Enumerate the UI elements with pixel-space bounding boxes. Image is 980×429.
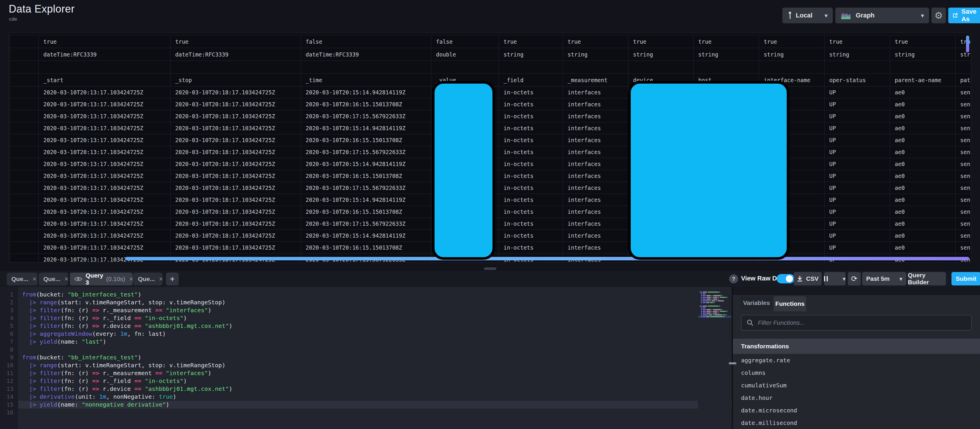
- table-cell: [10, 182, 39, 194]
- table-cell: [10, 242, 39, 254]
- table-cell: 2020-03-10T20:15:14.942814119Z: [301, 86, 431, 99]
- table-cell: UP: [824, 158, 890, 170]
- table-cell: _stop: [170, 74, 301, 86]
- submit-button[interactable]: Submit: [951, 272, 980, 285]
- time-range-dropdown[interactable]: Past 5m ▾: [862, 272, 906, 285]
- table-cell: [10, 61, 39, 74]
- horizontal-scrollbar[interactable]: [125, 257, 969, 260]
- table-cell: ae0: [890, 158, 956, 170]
- table-cell: sensor: [956, 170, 972, 182]
- table-cell: 2020-03-10T20:13:17.103424725Z: [39, 218, 170, 230]
- table-cell: interfaces: [563, 194, 628, 206]
- function-list-item[interactable]: date.hour: [733, 391, 980, 404]
- gear-icon: ⚙: [935, 10, 943, 21]
- divider-drag-handle[interactable]: [729, 362, 737, 364]
- query-tab[interactable]: Que...×: [133, 273, 162, 285]
- chevron-down-icon: ▾: [824, 12, 827, 19]
- flux-code-editor[interactable]: 12345678910111213141516 from(bucket: "bb…: [0, 287, 732, 429]
- filter-functions-input[interactable]: Filter Functions...: [741, 315, 972, 330]
- table-cell: [694, 61, 759, 74]
- visualization-dropdown[interactable]: Graph ▾: [835, 8, 929, 23]
- table-cell: interfaces: [563, 86, 628, 99]
- table-cell: oper-status: [824, 74, 890, 86]
- function-list-item[interactable]: date.microsecond: [733, 404, 980, 416]
- save-as-button[interactable]: Save As: [948, 8, 980, 23]
- csv-download-button[interactable]: CSV: [794, 272, 822, 285]
- query-builder-button[interactable]: Query Builder: [908, 272, 946, 285]
- redaction-box-value-column: [432, 81, 495, 260]
- tab-functions[interactable]: Functions: [774, 296, 806, 311]
- table-cell: true: [890, 35, 956, 48]
- table-cell: double: [431, 48, 499, 61]
- code-line: |> filter(fn: (r) => r._field == "in-oct…: [22, 314, 187, 322]
- chevron-down-icon: ▾: [843, 276, 846, 282]
- pin-icon: [788, 11, 792, 20]
- table-cell: true: [824, 35, 890, 48]
- table-cell: 2020-03-10T20:17:15.567922633Z: [301, 110, 431, 122]
- function-list-item[interactable]: columns: [733, 367, 980, 379]
- refresh-button[interactable]: ⟳: [848, 272, 861, 285]
- functions-list: aggregate.ratecolumnscumulativeSumdate.h…: [733, 354, 980, 429]
- table-cell: interfaces: [563, 170, 628, 182]
- table-cell: 2020-03-10T20:18:17.103424725Z: [170, 230, 301, 242]
- minimap-line: [701, 309, 723, 310]
- table-cell: [890, 61, 956, 74]
- view-raw-data-toggle[interactable]: [776, 274, 795, 283]
- table-cell: [956, 61, 972, 74]
- table-cell: 2020-03-10T20:16:15.15013708Z: [301, 242, 431, 254]
- search-placeholder: Filter Functions...: [758, 319, 805, 326]
- table-cell: true: [628, 35, 694, 48]
- code-line: |> range(start: v.timeRangeStart, stop: …: [22, 298, 225, 306]
- table-cell: [10, 99, 39, 110]
- csv-label: CSV: [806, 275, 818, 282]
- pause-dropdown-button[interactable]: ▾: [824, 272, 846, 285]
- query-tab[interactable]: Que...×: [7, 273, 38, 285]
- close-icon[interactable]: ×: [129, 275, 133, 283]
- close-icon[interactable]: ×: [159, 275, 163, 283]
- close-icon[interactable]: ×: [32, 275, 37, 283]
- table-cell: 2020-03-10T20:18:17.103424725Z: [170, 122, 301, 134]
- source-dropdown[interactable]: Local ▾: [783, 8, 833, 23]
- table-cell: 2020-03-10T20:13:17.103424725Z: [39, 158, 170, 170]
- table-cell: UP: [824, 134, 890, 146]
- table-cell: interfaces: [563, 122, 628, 134]
- table-cell: in-octets: [499, 194, 563, 206]
- table-cell: 2020-03-10T20:16:15.15013708Z: [301, 134, 431, 146]
- line-number: 5: [2, 322, 13, 330]
- query-tab-label: Que...: [43, 276, 60, 282]
- table-cell: ae0: [890, 182, 956, 194]
- table-cell: true: [499, 35, 563, 48]
- query-tab-active[interactable]: Query 3(0.10s)×: [70, 273, 133, 285]
- tab-variables[interactable]: Variables: [740, 296, 773, 309]
- close-icon[interactable]: ×: [64, 275, 68, 283]
- minimap-line: [701, 295, 723, 296]
- table-cell: 2020-03-10T20:13:17.103424725Z: [39, 122, 170, 134]
- line-number: 12: [2, 377, 13, 385]
- editor-minimap[interactable]: [698, 287, 731, 429]
- minimap-line: [701, 293, 706, 295]
- table-cell: interfaces: [563, 134, 628, 146]
- vertical-scrollbar[interactable]: [966, 35, 969, 53]
- refresh-icon: ⟳: [851, 274, 858, 283]
- settings-button[interactable]: ⚙: [931, 8, 946, 23]
- minimap-line: [701, 307, 706, 308]
- eye-icon: [75, 276, 82, 282]
- table-cell: 2020-03-10T20:18:17.103424725Z: [170, 86, 301, 99]
- function-list-item[interactable]: cumulativeSum: [733, 379, 980, 391]
- table-cell: in-octets: [499, 230, 563, 242]
- function-list-item[interactable]: date.millisecond: [733, 416, 980, 429]
- help-icon[interactable]: ?: [729, 274, 738, 283]
- page-subtitle: cde: [9, 16, 17, 22]
- panel-top-strip: [733, 287, 980, 295]
- query-tab[interactable]: Que...×: [39, 273, 68, 285]
- chevron-down-icon: ▾: [921, 12, 924, 19]
- table-cell: ae0: [890, 206, 956, 218]
- table-cell: 2020-03-10T20:17:15.567922633Z: [301, 218, 431, 230]
- submit-label: Submit: [956, 275, 976, 282]
- search-icon: [746, 319, 754, 327]
- toggle-knob: [786, 275, 793, 282]
- line-number: 6: [2, 330, 13, 338]
- function-list-item[interactable]: aggregate.rate: [733, 354, 980, 367]
- add-query-tab-button[interactable]: +: [166, 273, 179, 285]
- panel-resize-handle[interactable]: [484, 267, 496, 270]
